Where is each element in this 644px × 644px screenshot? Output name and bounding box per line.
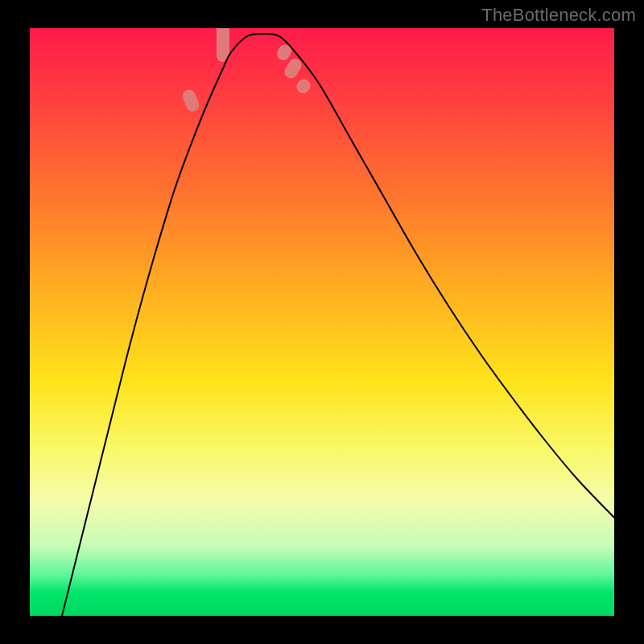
highlight-marker bbox=[275, 42, 294, 62]
highlight-marker bbox=[294, 76, 312, 96]
chart-frame: TheBottleneck.com bbox=[0, 0, 644, 644]
curve-svg bbox=[30, 28, 614, 616]
plot-area bbox=[30, 28, 614, 616]
bottleneck-curve bbox=[62, 34, 614, 616]
highlight-markers bbox=[180, 28, 312, 114]
highlight-marker bbox=[180, 88, 200, 114]
watermark-text: TheBottleneck.com bbox=[481, 5, 636, 26]
